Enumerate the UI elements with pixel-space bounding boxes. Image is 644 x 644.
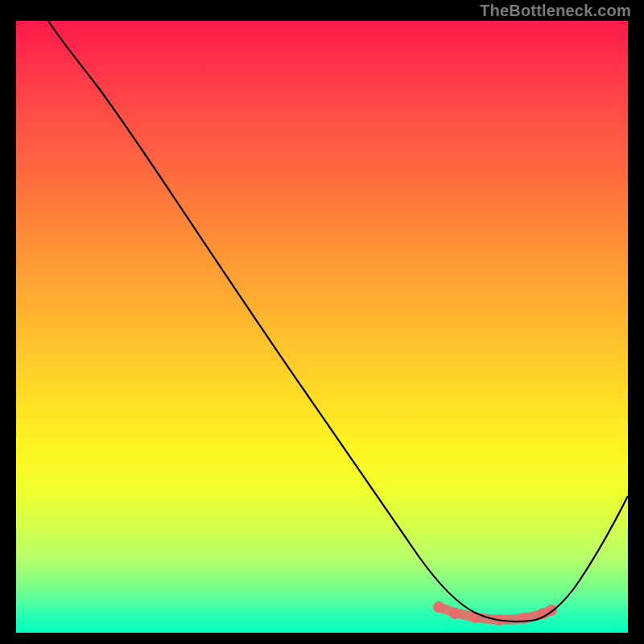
svg-point-1 [449, 608, 460, 619]
watermark-text: TheBottleneck.com [480, 2, 631, 20]
chart-frame [16, 21, 628, 633]
chart-svg [16, 21, 628, 633]
bottleneck-curve [48, 21, 628, 621]
valley-highlight-dots [433, 601, 557, 625]
svg-point-0 [433, 601, 444, 613]
